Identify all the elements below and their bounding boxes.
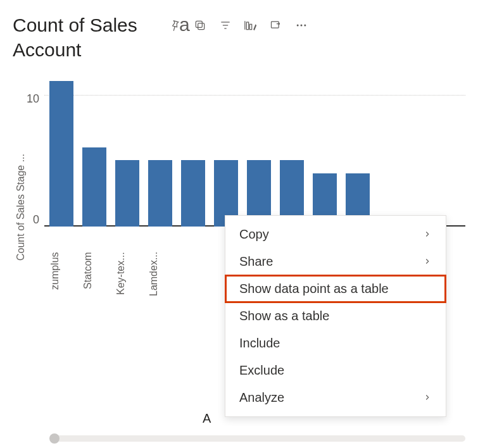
- x-tick-label: Lamdex...: [148, 252, 172, 309]
- menu-item-analyze[interactable]: Analyze: [225, 384, 446, 411]
- chevron-right-icon: [423, 254, 432, 269]
- menu-item-share[interactable]: Share: [225, 248, 446, 275]
- menu-item-label: Analyze: [239, 390, 284, 405]
- menu-item-show-as-a-table[interactable]: Show as a table: [225, 302, 446, 330]
- chart-toolbar: [167, 18, 309, 33]
- y-tick: 10: [27, 92, 39, 106]
- svg-rect-8: [272, 22, 279, 28]
- scrollbar-thumb[interactable]: [49, 433, 60, 444]
- svg-point-9: [297, 25, 299, 27]
- horizontal-scrollbar[interactable]: [51, 435, 465, 442]
- context-menu: CopyShareShow data point as a tableShow …: [225, 215, 446, 417]
- bar[interactable]: [181, 160, 205, 227]
- copy-icon[interactable]: [192, 18, 208, 33]
- filter-icon[interactable]: [218, 18, 233, 33]
- svg-rect-0: [198, 23, 204, 30]
- menu-item-include[interactable]: Include: [225, 330, 446, 357]
- chevron-right-icon: [423, 227, 432, 242]
- x-tick-label: zumplus: [49, 252, 73, 309]
- bars-group: [44, 81, 465, 227]
- focus-mode-icon[interactable]: [268, 18, 284, 33]
- chart-title: Count of Sales Account: [13, 13, 177, 62]
- chart-header: Count of Sales Account a: [13, 13, 465, 62]
- chevron-right-icon: [423, 390, 432, 405]
- more-options-icon[interactable]: [294, 18, 309, 33]
- menu-item-label: Show as a table: [239, 309, 329, 323]
- pin-icon[interactable]: [167, 18, 182, 33]
- svg-rect-6: [246, 22, 248, 30]
- x-tick-label: Statcom: [82, 252, 106, 309]
- x-axis-title: A: [203, 411, 211, 426]
- y-tick: 0: [33, 213, 39, 227]
- bar[interactable]: [115, 160, 139, 227]
- menu-item-label: Exclude: [239, 363, 284, 378]
- menu-item-label: Share: [239, 254, 273, 269]
- svg-rect-1: [196, 21, 202, 27]
- bar[interactable]: [82, 147, 106, 227]
- bar[interactable]: [148, 160, 172, 227]
- svg-rect-7: [249, 24, 251, 29]
- bar[interactable]: [49, 81, 73, 227]
- svg-point-11: [304, 25, 306, 27]
- menu-item-show-data-point-as-a-table[interactable]: Show data point as a table: [225, 275, 446, 302]
- menu-item-copy[interactable]: Copy: [225, 221, 446, 248]
- x-tick-label: Key-tex...: [115, 252, 139, 309]
- svg-point-10: [301, 25, 303, 27]
- menu-item-label: Copy: [239, 227, 269, 242]
- menu-item-label: Show data point as a table: [239, 282, 389, 296]
- menu-item-label: Include: [239, 336, 280, 351]
- y-axis-ticks: 10 0: [27, 81, 44, 227]
- menu-item-exclude[interactable]: Exclude: [225, 357, 446, 384]
- y-axis-label: Count of Sales Stage ...: [13, 81, 27, 334]
- personalize-icon[interactable]: [243, 18, 258, 33]
- x-tick-label: [181, 252, 205, 309]
